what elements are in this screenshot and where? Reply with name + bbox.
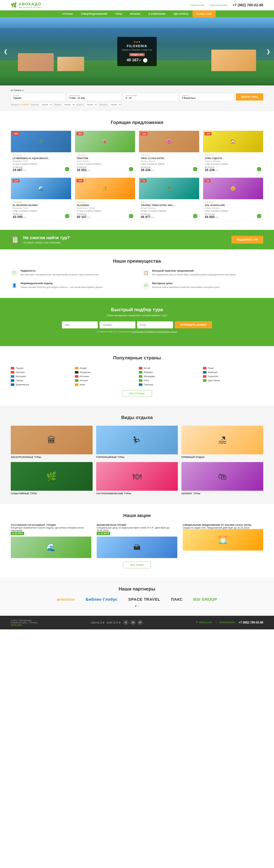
country-flag-tunisia [203, 367, 207, 369]
country-item[interactable]: Франция [203, 370, 264, 374]
hero-card-price-row: 40 167 ₽ › [122, 58, 152, 63]
country-item[interactable]: Турция [11, 366, 71, 370]
deal-dates: 6 июн, 6 ночей из Тюмени [141, 163, 197, 165]
footer-email-icon: ✉ [196, 621, 198, 623]
callback-link[interactable]: Обратный звонок [210, 4, 227, 6]
deal-card: 🏩 -31% ★★★★★ FIRST CLASS HOTEL Аланья, Т… [139, 131, 199, 174]
logo-area: 🌿 АВОКАДО Ваш идеальный тур открыт [11, 2, 41, 8]
nav-order[interactable]: ЗАКАЗ ТУРА [192, 10, 216, 18]
rest-card-shopping[interactable]: 🛍 ШОПИНГ ТУРЫ [181, 462, 263, 495]
country-item[interactable]: Китай [139, 366, 199, 370]
country-item[interactable]: Греция [11, 378, 71, 382]
all-promos-button[interactable]: ВСЕ АКЦИИ [123, 562, 151, 568]
social-vk-icon[interactable]: В [123, 620, 129, 625]
deal-body: ★★★★★ SOL GUADALUPE Ибица, Испания 3 апр… [203, 199, 263, 221]
nav-deals[interactable]: СПЕЦПРЕДЛОЖЕНИЯ [77, 10, 112, 18]
deal-book-button[interactable]: › [193, 214, 197, 218]
search-guests-field[interactable]: Туристы 2 Взрослых [180, 93, 235, 101]
banner-button[interactable]: ПОДОБРАТЬ ТУР [232, 236, 263, 244]
country-item[interactable]: Кипр [75, 382, 135, 386]
country-item[interactable]: Австрия [11, 370, 71, 374]
hero-card-arrow-button[interactable]: › [143, 58, 147, 63]
main-nav: СТРАНЫ СПЕЦПРЕДЛОЖЕНИЯ ТУРЫ КРУИЗЫ О КОМ… [0, 10, 274, 18]
filter-stars: Звёздность ★★★★ [11, 103, 29, 106]
partner-dot-2[interactable] [138, 606, 139, 607]
footer-sitemap-link[interactable]: Карта сайта [11, 624, 22, 626]
deal-book-button[interactable]: › [65, 167, 69, 171]
nav-cruises[interactable]: КРУИЗЫ [126, 10, 145, 18]
search-from-city[interactable]: из Тюмени ▼ [11, 89, 263, 92]
country-item[interactable]: Тунис [203, 366, 264, 370]
food-select[interactable]: Любой [62, 102, 75, 107]
footer-left: © 2015 - 2019 Авокадо Разработка сайта —… [11, 619, 38, 626]
deal-book-button[interactable]: › [65, 214, 69, 218]
deal-book-button[interactable]: › [257, 214, 261, 218]
advantage-tag-icon: 🏷 [142, 282, 150, 289]
search-country-field[interactable]: Страна Турция [11, 93, 65, 101]
deal-price-row: 40 813 руб 35 228 руб › [205, 166, 262, 172]
all-countries-button[interactable]: ВСЕ СТРАНЫ [122, 390, 152, 397]
country-item[interactable]: Таиланд [139, 382, 199, 386]
nav-where-buy[interactable]: ГДЕ КУПИТЬ [169, 10, 192, 18]
quick-phone-input[interactable] [99, 321, 135, 329]
country-item[interactable]: Шри-Ланка [203, 378, 264, 382]
hero-prev-button[interactable]: ❮ [4, 49, 8, 55]
country-item[interactable]: Хорватия [203, 374, 264, 378]
transport-select[interactable]: Любой [108, 102, 121, 107]
deal-price: 38 236 [141, 168, 151, 172]
social-ok-icon[interactable]: ОК [130, 620, 136, 625]
quick-tour-title: Быстрый подбор тура [11, 307, 263, 312]
country-flag-italy [75, 379, 79, 382]
rest-card-ski[interactable]: ⛷ ГОРНОЛЫЖНЫЕ ТУРЫ [96, 426, 178, 459]
country-flag-cyprus [75, 383, 79, 386]
quick-email-input[interactable] [137, 321, 173, 329]
rest-card-beach[interactable]: 🏖 ПЛЯЖНЫЙ ОТДЫХ [181, 426, 263, 459]
rest-card-gastro[interactable]: 🍽 ГАСТРОНОМИЧЕСКИЕ ТУРЫ [96, 462, 178, 495]
advantage-text: Большой перечень предложений Мы предлага… [152, 269, 236, 276]
partner-dot-1[interactable] [135, 606, 136, 607]
search-nights-field[interactable]: Кол-во ночей 6 - 14 [123, 93, 178, 101]
email-link[interactable]: Написать нам [190, 4, 205, 6]
deal-card: 🌊 -11% ★★★★★ EL MOURADI SKANES Монастир,… [11, 178, 71, 221]
footer-callback-link[interactable]: Обратный звонок [219, 621, 235, 623]
nav-about[interactable]: О КОМПАНИИ [145, 10, 169, 18]
rest-card-event[interactable]: 🌿 СОБЫТИЙНЫЕ ТУРЫ [11, 462, 93, 495]
room-select[interactable]: Любой [84, 102, 97, 107]
country-item[interactable]: Марокко [139, 370, 199, 374]
all-promos-wrap: ВСЕ АКЦИИ [11, 562, 263, 568]
rest-image-beach: 🏖 [181, 426, 263, 454]
country-item[interactable]: Испания [75, 374, 135, 378]
operator-select[interactable]: Любой [39, 102, 53, 107]
country-item[interactable]: Иордания [75, 370, 135, 374]
nav-countries[interactable]: СТРАНЫ [58, 10, 77, 18]
country-item[interactable]: ОАЭ [139, 378, 199, 382]
deal-old-price: 48 481 руб [13, 213, 26, 215]
deal-book-button[interactable]: › [193, 167, 197, 171]
deal-book-button[interactable]: › [257, 167, 261, 171]
country-item[interactable]: Индия [75, 366, 135, 370]
hero-next-button[interactable]: ❯ [266, 49, 270, 55]
rest-card-excursion[interactable]: 🏛 ЭКСКУРСИОННЫЕ ТУРЫ [11, 426, 93, 459]
country-item[interactable]: Болгария [11, 374, 71, 378]
quick-submit-button[interactable]: ОТПРАВИТЬ ЗАЯВКУ [175, 321, 212, 329]
country-item[interactable]: Доминикана [11, 382, 71, 386]
banner-subtitle: Оставьте заявку, и мы поможем [23, 241, 70, 244]
rest-label: ГАСТРОНОМИЧЕСКИЕ ТУРЫ [96, 492, 178, 495]
social-ig-icon[interactable]: ИГ [138, 620, 143, 625]
nav-tours[interactable]: ТУРЫ [111, 10, 126, 18]
quick-tour-disclaimer: Отправляя заявку, Вы подтверждаете Согла… [11, 331, 263, 333]
deal-book-button[interactable]: › [129, 214, 133, 218]
footer-email-link[interactable]: Написать нам [199, 621, 212, 623]
stars-selector[interactable]: ★★★★ [21, 103, 29, 106]
country-item[interactable]: Италия [75, 378, 135, 382]
search-button[interactable]: НАЙТИ ТУРЫ [236, 93, 263, 100]
deal-image: 🌴 [139, 178, 199, 199]
disclaimer-link[interactable]: Соглашение по обработке персональных дан… [132, 331, 177, 333]
search-dates-field[interactable]: Дата вылета 2 апр - 11 апр [67, 93, 122, 101]
deal-body: ★★★★★ LE MERIDIEN AL AQAH BEACH... Фудже… [11, 152, 71, 174]
quick-name-input[interactable] [62, 321, 98, 329]
rest-image-gastro: 🍽 [96, 462, 178, 491]
deal-book-button[interactable]: › [129, 167, 133, 171]
deal-stars: ★★★★★ [205, 201, 262, 203]
country-item[interactable]: Мальдивы [139, 374, 199, 378]
